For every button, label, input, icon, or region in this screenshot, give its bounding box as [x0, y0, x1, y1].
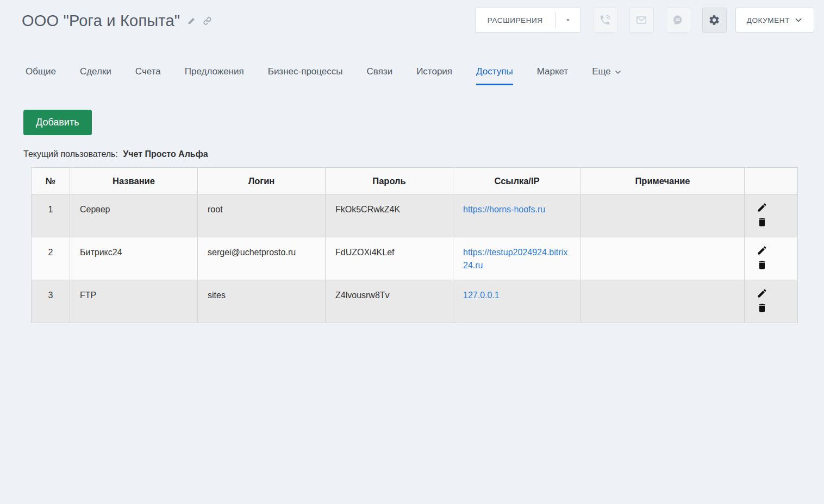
document-label: ДОКУМЕНТ: [747, 16, 790, 24]
trash-icon: [757, 260, 767, 270]
tab-predlozheniya[interactable]: Предложения: [185, 66, 244, 85]
tab-biznes-processy[interactable]: Бизнес-процессы: [268, 66, 343, 85]
tab-sdelki[interactable]: Сделки: [80, 66, 111, 85]
table-row: 3FTPsitesZ4lvousrw8Tv127.0.0.1: [32, 280, 798, 323]
cell-name: Сервер: [70, 194, 198, 237]
cell-number: 3: [32, 280, 70, 323]
pencil-icon: [757, 202, 767, 213]
tab-label: Доступы: [476, 66, 513, 77]
caret-down-icon: [564, 16, 572, 24]
tab-label: Еще: [592, 66, 611, 77]
cell-password: FdUZOXi4KLef: [326, 237, 453, 280]
tab-istoriya[interactable]: История: [416, 66, 452, 85]
tab-label: Связи: [367, 66, 393, 77]
pencil-icon: [757, 288, 767, 299]
edit-row-button[interactable]: [757, 288, 767, 299]
cell-name: FTP: [70, 280, 198, 323]
chat-button[interactable]: [666, 8, 690, 33]
table-head: №НазваниеЛогинПарольСсылка/IPПримечание: [32, 168, 798, 194]
cell-password: Z4lvousrw8Tv: [326, 280, 453, 323]
cell-note: [581, 237, 745, 280]
delete-row-button[interactable]: [757, 260, 767, 270]
mail-icon: [635, 14, 647, 26]
header-toolbar: РАСШИРЕНИЯ: [475, 8, 814, 33]
edit-row-button[interactable]: [757, 202, 767, 213]
tab-scheta[interactable]: Счета: [135, 66, 161, 85]
tab-obshchie[interactable]: Общие: [26, 66, 56, 85]
tab-market[interactable]: Маркет: [537, 66, 569, 85]
row-link[interactable]: https://horns-hoofs.ru: [463, 205, 545, 214]
settings-button[interactable]: [702, 8, 727, 33]
entity-title-block: ООО "Рога и Копыта": [22, 8, 211, 30]
add-button[interactable]: Добавить: [23, 110, 92, 135]
tab-label: Предложения: [185, 66, 244, 77]
cell-link: 127.0.0.1: [453, 280, 581, 323]
cell-actions: [745, 280, 798, 323]
phone-icon: [599, 14, 611, 26]
chat-icon: [672, 14, 684, 26]
tab-label: Маркет: [537, 66, 569, 77]
table-body: 1СерверrootFkOk5CRwkZ4Khttps://horns-hoo…: [32, 194, 798, 323]
delete-row-button[interactable]: [757, 217, 767, 228]
chevron-down-icon: [794, 16, 803, 24]
tab-label: Общие: [26, 66, 56, 77]
access-table: №НазваниеЛогинПарольСсылка/IPПримечание …: [31, 167, 798, 323]
cell-password: FkOk5CRwkZ4K: [326, 194, 453, 237]
edit-title-icon[interactable]: [188, 17, 196, 25]
column-header: Пароль: [326, 168, 453, 194]
tabs: ОбщиеСделкиСчетаПредложенияБизнес-процес…: [0, 66, 824, 85]
row-link[interactable]: https://testup2024924.bitrix24.ru: [463, 248, 567, 270]
document-button[interactable]: ДОКУМЕНТ: [735, 8, 814, 33]
column-header: Название: [70, 168, 198, 194]
cell-login: sergei@uchetprosto.ru: [198, 237, 326, 280]
tab-label: Счета: [135, 66, 161, 77]
column-header: Примечание: [581, 168, 745, 194]
table-row: 1СерверrootFkOk5CRwkZ4Khttps://horns-hoo…: [32, 194, 798, 237]
extensions-dropdown-arrow[interactable]: [555, 8, 580, 32]
extensions-button[interactable]: РАСШИРЕНИЯ: [475, 8, 581, 33]
extensions-label: РАСШИРЕНИЯ: [476, 16, 555, 24]
tab-svyazi[interactable]: Связи: [367, 66, 393, 85]
cell-login: sites: [198, 280, 326, 323]
cell-note: [581, 194, 745, 237]
current-user-label: Текущий пользователь:: [23, 149, 118, 159]
delete-row-button[interactable]: [757, 303, 767, 313]
cell-actions: [745, 194, 798, 237]
edit-row-button[interactable]: [757, 245, 767, 256]
email-button[interactable]: [629, 8, 654, 33]
page-title: ООО "Рога и Копыта": [22, 12, 180, 30]
cell-number: 1: [32, 194, 70, 237]
trash-icon: [757, 217, 767, 228]
page-header: ООО "Рога и Копыта" РАСШИРЕНИЯ: [0, 0, 824, 40]
cell-actions: [745, 237, 798, 280]
cell-link: https://testup2024924.bitrix24.ru: [453, 237, 581, 280]
tab-dostupy[interactable]: Доступы: [476, 66, 513, 85]
column-header: Ссылка/IP: [453, 168, 581, 194]
pencil-icon: [757, 245, 767, 256]
cell-link: https://horns-hoofs.ru: [453, 194, 581, 237]
current-user-name: Учет Просто Альфа: [123, 149, 208, 159]
current-user-line: Текущий пользователь: Учет Просто Альфа: [23, 149, 824, 159]
chevron-down-icon: [614, 68, 622, 76]
cell-name: Битрикс24: [70, 237, 198, 280]
copy-link-icon[interactable]: [203, 17, 211, 25]
cell-login: root: [198, 194, 326, 237]
link-icon: [203, 17, 211, 25]
table-header-row: №НазваниеЛогинПарольСсылка/IPПримечание: [32, 168, 798, 194]
tab-label: История: [416, 66, 452, 77]
row-link[interactable]: 127.0.0.1: [463, 291, 500, 300]
tab-label: Бизнес-процессы: [268, 66, 343, 77]
cell-note: [581, 280, 745, 323]
tab-eshche[interactable]: Еще: [592, 66, 622, 85]
pencil-icon: [188, 17, 196, 25]
table-row: 2Битрикс24sergei@uchetprosto.ruFdUZOXi4K…: [32, 237, 798, 280]
trash-icon: [757, 303, 767, 313]
cell-number: 2: [32, 237, 70, 280]
column-header: [745, 168, 798, 194]
column-header: Логин: [198, 168, 326, 194]
gear-icon: [708, 14, 720, 26]
tab-label: Сделки: [80, 66, 111, 77]
call-button[interactable]: [593, 8, 617, 33]
column-header: №: [32, 168, 70, 194]
